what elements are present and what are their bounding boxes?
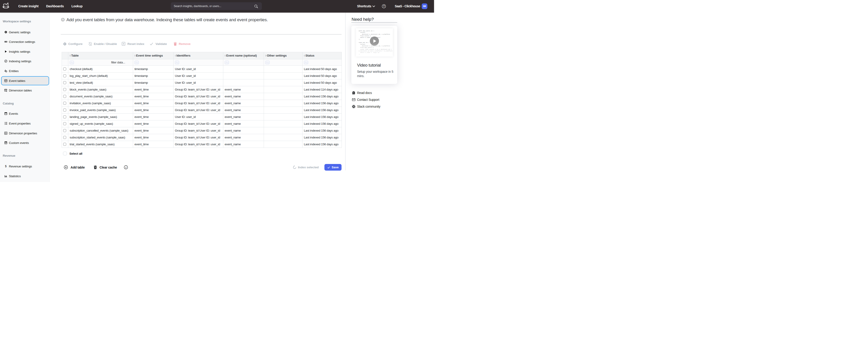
svg-text:i: i — [63, 19, 63, 21]
svg-text:$: $ — [5, 165, 7, 168]
svg-text:?: ? — [383, 5, 384, 7]
svg-text:i: i — [126, 166, 126, 169]
